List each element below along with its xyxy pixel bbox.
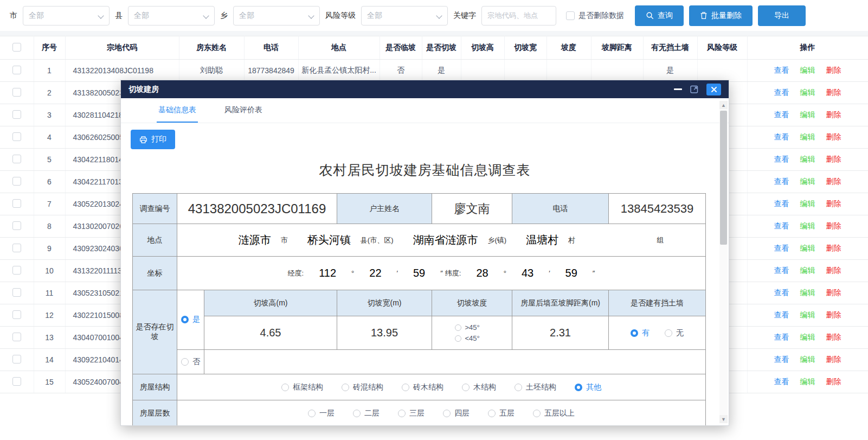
row-checkbox[interactable] [12,199,21,208]
radio-option[interactable]: 砖木结构 [402,382,443,392]
view-link[interactable]: 查看 [774,88,789,97]
delete-link[interactable]: 删除 [826,377,841,386]
edit-link[interactable]: 编辑 [800,199,815,208]
delete-link[interactable]: 删除 [826,288,841,297]
edit-link[interactable]: 编辑 [800,110,815,119]
view-link[interactable]: 查看 [774,132,789,141]
row-checkbox[interactable] [12,132,21,141]
row-checkbox[interactable] [12,221,21,230]
maximize-icon[interactable] [690,85,699,94]
delete-link[interactable]: 删除 [826,110,841,119]
view-link[interactable]: 查看 [774,288,789,297]
radio-option[interactable]: 三层 [398,409,425,418]
view-link[interactable]: 查看 [774,244,789,252]
delete-link[interactable]: 删除 [826,66,841,74]
radio-option[interactable]: 无 [665,328,684,338]
radio-option[interactable]: 框架结构 [281,382,323,392]
edit-link[interactable]: 编辑 [800,244,815,252]
city-select[interactable]: 全部 [23,6,110,25]
row-checkbox[interactable] [12,310,21,319]
cell-wall: 是 [643,60,697,82]
view-link[interactable]: 查看 [774,266,789,275]
radio-option[interactable]: 一层 [308,409,335,418]
slope-exist-yes-option[interactable]: 是 [181,315,200,324]
row-checkbox[interactable] [12,66,21,74]
view-link[interactable]: 查看 [774,66,789,74]
modal-titlebar[interactable]: 切坡建房 [121,80,729,98]
edit-link[interactable]: 编辑 [800,333,815,341]
radio-option[interactable]: 二层 [353,409,380,418]
risk-select[interactable]: 全部 [361,6,448,25]
radio-option[interactable]: 五层 [488,409,515,418]
radio-option[interactable]: 其他 [575,382,601,392]
edit-link[interactable]: 编辑 [800,310,815,319]
delete-link[interactable]: 删除 [826,355,841,364]
select-all-checkbox[interactable] [12,43,21,52]
view-link[interactable]: 查看 [774,177,789,186]
radio-option[interactable]: <45° [455,334,480,342]
delete-link[interactable]: 删除 [826,88,841,97]
row-checkbox[interactable] [12,88,21,97]
scroll-up-icon[interactable]: ▲ [719,101,728,109]
edit-link[interactable]: 编辑 [800,88,815,97]
edit-link[interactable]: 编辑 [800,355,815,364]
row-checkbox[interactable] [12,355,21,364]
delete-link[interactable]: 删除 [826,221,841,230]
delete-link[interactable]: 删除 [826,266,841,275]
delete-link[interactable]: 删除 [826,132,841,141]
radio-option[interactable]: >45° [455,323,480,331]
radio-option[interactable]: 砖混结构 [342,382,383,392]
delete-link[interactable]: 删除 [826,155,841,163]
radio-option[interactable]: 五层以上 [533,409,575,418]
minimize-icon[interactable] [674,88,682,90]
search-button[interactable]: 查询 [635,5,684,26]
edit-link[interactable]: 编辑 [800,221,815,230]
slope-exist-no-option[interactable]: 否 [181,357,200,367]
row-checkbox[interactable] [12,177,21,186]
edit-link[interactable]: 编辑 [800,66,815,74]
view-link[interactable]: 查看 [774,199,789,208]
radio-option[interactable]: 土坯结构 [515,382,556,392]
edit-link[interactable]: 编辑 [800,377,815,386]
scrollbar-thumb[interactable] [720,111,727,245]
row-checkbox[interactable] [12,333,21,341]
print-button[interactable]: 打印 [131,130,175,149]
edit-link[interactable]: 编辑 [800,288,815,297]
row-checkbox[interactable] [12,244,21,252]
view-link[interactable]: 查看 [774,155,789,163]
delete-link[interactable]: 删除 [826,244,841,252]
edit-link[interactable]: 编辑 [800,266,815,275]
radio-option[interactable]: 有 [631,328,650,338]
edit-link[interactable]: 编辑 [800,132,815,141]
delete-link[interactable]: 删除 [826,333,841,341]
edit-link[interactable]: 编辑 [800,155,815,163]
view-link[interactable]: 查看 [774,221,789,230]
row-checkbox[interactable] [12,266,21,275]
delete-link[interactable]: 删除 [826,199,841,208]
view-link[interactable]: 查看 [774,333,789,341]
view-link[interactable]: 查看 [774,110,789,119]
radio-option[interactable]: 木结构 [462,382,496,392]
deleted-data-checkbox[interactable] [566,11,575,20]
county-select[interactable]: 全部 [128,6,215,25]
town-select[interactable]: 全部 [233,6,320,25]
row-checkbox[interactable] [12,288,21,297]
view-link[interactable]: 查看 [774,310,789,319]
export-button[interactable]: 导出 [758,5,806,26]
modal-scrollbar[interactable]: ▲ ▼ [719,101,728,423]
scroll-down-icon[interactable]: ▼ [719,415,728,423]
row-checkbox[interactable] [12,110,21,119]
close-icon[interactable] [706,84,721,95]
edit-link[interactable]: 编辑 [800,177,815,186]
radio-option[interactable]: 四层 [443,409,470,418]
row-checkbox[interactable] [12,377,21,386]
view-link[interactable]: 查看 [774,355,789,364]
batch-delete-button[interactable]: 批量删除 [689,5,753,26]
view-link[interactable]: 查看 [774,377,789,386]
row-checkbox[interactable] [12,155,21,163]
keyword-input[interactable] [481,6,556,25]
delete-link[interactable]: 删除 [826,177,841,186]
tab-basic-info[interactable]: 基础信息表 [157,98,198,123]
tab-risk-evaluation[interactable]: 风险评价表 [223,98,264,123]
delete-link[interactable]: 删除 [826,310,841,319]
